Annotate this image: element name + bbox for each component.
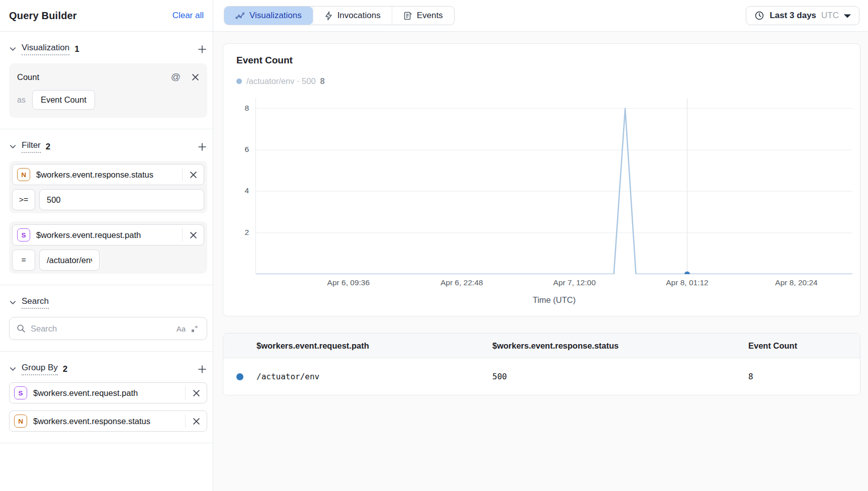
close-icon (193, 389, 200, 397)
series-dot-icon (236, 373, 243, 380)
search-section-label: Search (22, 296, 49, 309)
add-filter-button[interactable] (197, 142, 207, 152)
x-tick-label: Apr 6, 09:36 (327, 278, 370, 287)
table-row[interactable]: /actuator/env 500 8 (223, 358, 860, 395)
filter-field-name: $workers.event.request.path (36, 230, 182, 240)
line-chart-icon (235, 11, 245, 21)
close-icon (193, 418, 200, 425)
query-builder-sidebar: Query Builder Clear all Visualization 1 … (0, 0, 213, 491)
filter-value-input[interactable] (39, 189, 204, 210)
operator-selector[interactable]: = (12, 250, 35, 271)
legend-series-label: /actuator/env · 500 (246, 76, 316, 86)
divider (0, 443, 213, 443)
table-header-row: $workers.event.request.path $workers.eve… (223, 334, 860, 358)
x-tick-label: Apr 7, 12:00 (553, 278, 595, 287)
topbar: Visualizations Invocations Events (213, 0, 868, 32)
string-type-badge: S (14, 386, 27, 399)
x-axis-title: Time (UTC) (256, 295, 852, 305)
main-area: Visualizations Invocations Events (213, 0, 868, 491)
remove-filter-button[interactable] (183, 225, 204, 245)
legend-item[interactable]: /actuator/env · 500 8 (236, 76, 860, 86)
add-visualization-button[interactable] (197, 44, 207, 54)
alias-input[interactable]: Event Count (32, 90, 95, 110)
clear-all-button[interactable]: Clear all (172, 11, 204, 21)
filter-section-header: Filter 2 (9, 129, 207, 153)
search-input[interactable] (31, 324, 171, 334)
plus-icon (197, 142, 207, 152)
page-title: Query Builder (9, 10, 77, 22)
legend-series-value: 8 (320, 76, 325, 86)
caret-down-icon (844, 14, 851, 18)
group-by-field-name: $workers.event.response.status (33, 417, 185, 426)
at-sign-icon[interactable]: @ (171, 71, 181, 83)
tab-visualizations[interactable]: Visualizations (224, 7, 313, 25)
filter-field-selector[interactable]: S $workers.event.request.path (12, 224, 204, 245)
sidebar-header: Query Builder Clear all (0, 0, 213, 32)
filter-value-input[interactable] (39, 250, 100, 271)
chart-title: Event Count (236, 55, 860, 66)
time-range-selector[interactable]: Last 3 days UTC (746, 6, 859, 25)
visualization-card-row: Count @ (17, 71, 199, 83)
visualization-section-label: Visualization (22, 43, 69, 55)
match-case-toggle[interactable]: Aa (177, 324, 186, 333)
cell-request-path: /actuator/env (256, 372, 492, 381)
visualization-section-header: Visualization 1 (9, 32, 207, 55)
x-tick-label: Apr 8, 01:12 (666, 278, 708, 287)
chevron-down-icon[interactable] (9, 45, 17, 53)
timezone-label: UTC (821, 11, 839, 21)
svg-text:*: * (195, 324, 198, 332)
search-section-header: Search (9, 285, 207, 309)
number-type-badge: N (14, 415, 27, 428)
view-tabs: Visualizations Invocations Events (224, 6, 455, 25)
aggregation-function[interactable]: Count (17, 72, 39, 82)
results-table: $workers.event.request.path $workers.eve… (223, 333, 860, 395)
group-by-field-selector[interactable]: S $workers.event.request.path (9, 382, 207, 403)
column-header: Event Count (748, 341, 860, 351)
operator-selector[interactable]: >= (12, 189, 35, 210)
cell-response-status: 500 (492, 372, 748, 381)
x-tick-label: Apr 6, 22:48 (441, 278, 483, 287)
filter-condition-row: >= (12, 189, 204, 210)
line-chart-plot[interactable]: 2468 Apr 6, 09:36Apr 6, 22:48Apr 7, 12:0… (255, 98, 852, 274)
plus-icon (197, 44, 207, 54)
filter-count: 2 (46, 142, 50, 152)
chevron-down-icon[interactable] (9, 299, 17, 306)
content-area: Event Count /actuator/env · 500 8 2468 A… (213, 32, 868, 395)
filter-item: N $workers.event.response.status >= (9, 161, 207, 213)
chevron-down-icon[interactable] (9, 143, 17, 150)
group-by-section-label: Group By (22, 363, 58, 375)
alias-row: as Event Count (17, 90, 199, 110)
close-icon (190, 171, 197, 179)
group-by-field-selector[interactable]: N $workers.event.response.status (9, 411, 207, 432)
remove-filter-button[interactable] (183, 165, 204, 185)
chevron-down-icon[interactable] (9, 365, 17, 373)
filter-section-label: Filter (22, 140, 41, 153)
tab-label: Events (417, 11, 443, 21)
remove-visualization-button[interactable] (192, 73, 199, 81)
tab-events[interactable]: Events (392, 7, 454, 25)
tab-invocations[interactable]: Invocations (313, 7, 392, 25)
filter-field-name: $workers.event.response.status (36, 170, 182, 180)
event-log-icon (403, 11, 412, 21)
string-type-badge: S (17, 228, 30, 241)
regex-icon: * (191, 324, 200, 333)
lightning-icon (324, 11, 333, 21)
regex-toggle[interactable]: * (191, 324, 200, 333)
visualization-count: 1 (74, 44, 79, 54)
group-by-field-name: $workers.event.request.path (33, 388, 185, 398)
filter-item: S $workers.event.request.path = (9, 221, 207, 274)
x-tick-label: Apr 8, 20:24 (775, 278, 817, 287)
query-builder-app: Query Builder Clear all Visualization 1 … (0, 0, 868, 491)
remove-group-by-button[interactable] (186, 383, 207, 403)
tab-label: Invocations (337, 11, 381, 21)
column-header: $workers.event.request.path (256, 341, 492, 351)
add-group-by-button[interactable] (197, 364, 207, 374)
search-icon (17, 324, 26, 333)
remove-group-by-button[interactable] (186, 411, 207, 431)
y-tick-label: 6 (232, 145, 249, 154)
time-range-label: Last 3 days (769, 11, 816, 21)
tab-label: Visualizations (249, 11, 302, 21)
clock-icon (754, 11, 764, 21)
filter-field-selector[interactable]: N $workers.event.response.status (12, 164, 204, 185)
series-dot-icon (236, 78, 242, 84)
